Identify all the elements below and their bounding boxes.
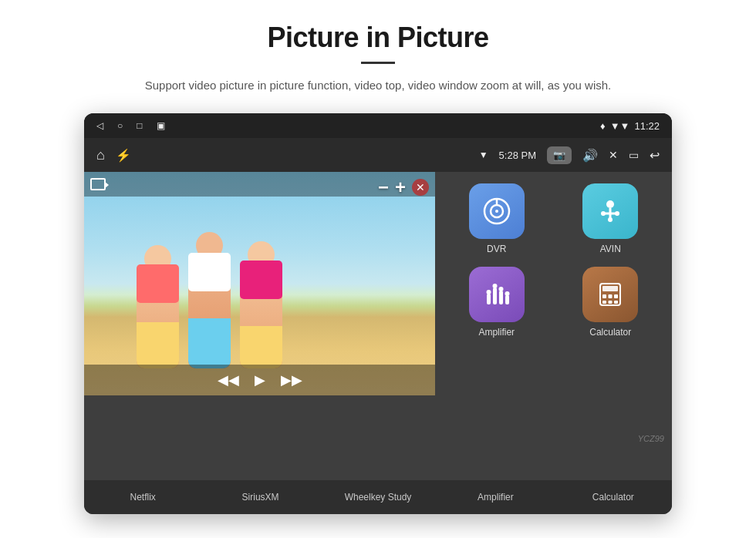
bottom-label-calculator: Calculator bbox=[555, 492, 672, 503]
dvr-label: DVR bbox=[487, 244, 506, 254]
svg-point-2 bbox=[495, 210, 498, 213]
svg-rect-11 bbox=[493, 287, 497, 304]
people-group bbox=[137, 249, 282, 368]
avin-svg-icon bbox=[596, 197, 625, 226]
photo-icon: ▣ bbox=[157, 120, 165, 131]
bottom-label-amplifier: Amplifier bbox=[437, 492, 554, 503]
amplifier-label: Amplifier bbox=[478, 327, 515, 338]
page-subtitle: Support video picture in picture functio… bbox=[145, 76, 611, 95]
svg-rect-19 bbox=[602, 286, 618, 291]
pip-camera-icon bbox=[90, 178, 106, 190]
app-topbar: ⌂ ⚡ ▼ 5:28 PM 📷 🔊 ✕ ▭ ↩ bbox=[84, 138, 672, 172]
pip-video[interactable]: − + ✕ ◀◀ ▶ ▶▶ bbox=[84, 172, 435, 395]
svg-rect-20 bbox=[602, 294, 606, 298]
app-icon-amplifier[interactable]: Amplifier bbox=[443, 267, 551, 344]
pip-next-button[interactable]: ▶▶ bbox=[281, 372, 302, 388]
svg-point-14 bbox=[486, 290, 491, 294]
amplifier-svg-icon bbox=[482, 280, 511, 309]
topbar-time: 5:28 PM bbox=[499, 150, 536, 161]
svg-rect-23 bbox=[602, 301, 606, 304]
camera-button[interactable]: 📷 bbox=[547, 146, 572, 164]
amplifier-icon-box bbox=[469, 267, 525, 322]
topbar-wifi-icon: ▼ bbox=[479, 150, 488, 160]
page-wrapper: Picture in Picture Support video picture… bbox=[0, 0, 756, 538]
pip-prev-button[interactable]: ◀◀ bbox=[218, 372, 239, 388]
recents-square-icon[interactable]: □ bbox=[137, 120, 142, 131]
app-topbar-left: ⌂ ⚡ bbox=[96, 147, 131, 163]
svg-point-8 bbox=[615, 211, 619, 216]
watermark: YCZ99 bbox=[638, 434, 664, 443]
app-topbar-right: ▼ 5:28 PM 📷 🔊 ✕ ▭ ↩ bbox=[479, 146, 660, 164]
status-bar-right: ♦ ▼▼ 11:22 bbox=[600, 120, 660, 132]
pip-close-icon: ✕ bbox=[416, 181, 425, 193]
page-title: Picture in Picture bbox=[267, 22, 488, 54]
topbar-back-icon[interactable]: ↩ bbox=[650, 148, 660, 163]
right-app-grid: DVR AVIN bbox=[435, 172, 672, 480]
svg-point-4 bbox=[606, 200, 614, 208]
calculator-svg-icon bbox=[596, 280, 625, 309]
svg-rect-13 bbox=[505, 295, 509, 304]
svg-rect-10 bbox=[487, 294, 491, 304]
topbar-close-icon[interactable]: ✕ bbox=[609, 149, 618, 161]
bottom-app-labels: Netflix SiriusXM Wheelkey Study Amplifie… bbox=[84, 480, 672, 514]
status-time: 11:22 bbox=[634, 120, 660, 132]
wifi-signal-icon: ▼▼ bbox=[610, 120, 630, 132]
usb-icon: ⚡ bbox=[116, 148, 131, 163]
status-bar: ◁ ○ □ ▣ ♦ ▼▼ 11:22 bbox=[84, 113, 672, 138]
app-home-icon[interactable]: ⌂ bbox=[96, 147, 105, 163]
device-frame: ◁ ○ □ ▣ ♦ ▼▼ 11:22 ⌂ ⚡ ▼ 5:28 PM 📷 bbox=[84, 113, 672, 514]
avin-label: AVIN bbox=[600, 244, 621, 254]
location-icon: ♦ bbox=[600, 120, 606, 132]
svg-point-15 bbox=[492, 284, 497, 288]
svg-point-7 bbox=[601, 211, 606, 216]
person-3 bbox=[240, 257, 282, 368]
calculator-icon-box bbox=[582, 267, 638, 322]
svg-rect-22 bbox=[614, 294, 618, 298]
svg-rect-25 bbox=[614, 301, 618, 304]
svg-point-16 bbox=[498, 287, 503, 291]
avin-icon-box bbox=[582, 183, 638, 239]
svg-rect-12 bbox=[499, 291, 503, 304]
app-icon-dvr[interactable]: DVR bbox=[443, 183, 551, 261]
title-divider bbox=[361, 62, 395, 64]
pip-resize-controls[interactable]: − + ✕ bbox=[378, 178, 429, 197]
dvr-icon-box bbox=[469, 183, 525, 239]
pip-play-button[interactable]: ▶ bbox=[255, 372, 265, 388]
bottom-label-wheelkey: Wheelkey Study bbox=[319, 492, 437, 503]
svg-point-17 bbox=[505, 291, 509, 296]
volume-icon[interactable]: 🔊 bbox=[582, 148, 598, 163]
bottom-label-siriusxm: SiriusXM bbox=[201, 492, 319, 503]
pip-video-inner: − + ✕ ◀◀ ▶ ▶▶ bbox=[84, 172, 435, 395]
bottom-label-netflix: Netflix bbox=[84, 492, 201, 503]
pip-plus-button[interactable]: + bbox=[395, 178, 406, 197]
svg-point-9 bbox=[608, 217, 613, 222]
app-icon-calculator[interactable]: Calculator bbox=[557, 267, 665, 344]
calculator-label: Calculator bbox=[589, 327, 631, 338]
person-1 bbox=[137, 261, 179, 368]
pip-close-button[interactable]: ✕ bbox=[412, 179, 429, 196]
camera-icon: 📷 bbox=[553, 150, 565, 161]
topbar-window-icon[interactable]: ▭ bbox=[629, 149, 639, 161]
home-circle-icon[interactable]: ○ bbox=[117, 120, 123, 131]
person-2 bbox=[188, 249, 231, 368]
main-content: − + ✕ ◀◀ ▶ ▶▶ bbox=[84, 172, 672, 480]
pip-bottom-controls[interactable]: ◀◀ ▶ ▶▶ bbox=[84, 365, 435, 395]
back-nav-icon[interactable]: ◁ bbox=[96, 120, 103, 131]
app-icon-avin[interactable]: AVIN bbox=[557, 183, 665, 261]
pip-minus-button[interactable]: − bbox=[378, 178, 389, 197]
svg-rect-21 bbox=[609, 294, 613, 298]
status-bar-left: ◁ ○ □ ▣ bbox=[96, 120, 165, 131]
dvr-svg-icon bbox=[481, 196, 512, 227]
svg-rect-24 bbox=[609, 301, 613, 304]
